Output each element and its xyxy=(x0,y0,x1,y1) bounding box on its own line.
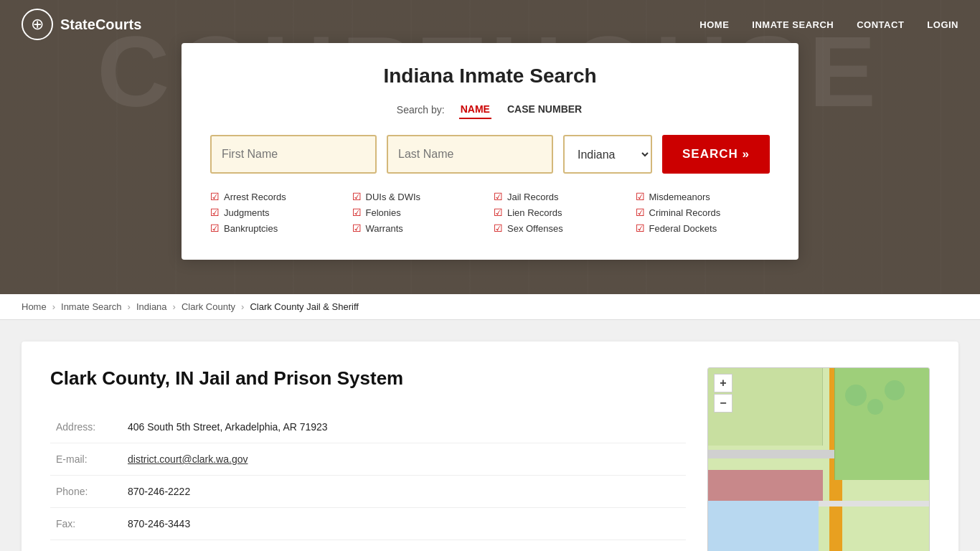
search-box: Indiana Inmate Search Search by: NAME CA… xyxy=(182,43,798,260)
first-name-input[interactable] xyxy=(210,135,377,174)
map-zoom-out[interactable]: − xyxy=(714,394,732,413)
checkbox-felonies: ☑ Felonies xyxy=(352,207,487,218)
breadcrumb-inmate-search[interactable]: Inmate Search xyxy=(61,301,122,312)
search-button[interactable]: SEARCH » xyxy=(662,135,770,174)
logo-icon: ⊕ xyxy=(22,9,53,40)
map-marker-area xyxy=(708,470,823,501)
map-park xyxy=(834,368,929,480)
check-icon: ☑ xyxy=(210,222,220,234)
map-zoom-in[interactable]: + xyxy=(714,374,732,392)
check-icon: ☑ xyxy=(636,191,645,202)
checkbox-label: Warrants xyxy=(366,223,403,234)
breadcrumb-sep-4: › xyxy=(241,301,244,312)
search-inputs-row: Indiana SEARCH » xyxy=(210,135,770,174)
map-controls: + − xyxy=(714,374,732,413)
nav-inmate-search[interactable]: INMATE SEARCH xyxy=(752,19,834,30)
search-by-label: Search by: xyxy=(397,104,445,116)
check-icon: ☑ xyxy=(210,191,220,202)
content-card: Clark County, IN Jail and Prison System … xyxy=(22,342,958,551)
last-name-input[interactable] xyxy=(387,135,553,174)
checkbox-misdemeanors: ☑ Misdemeanors xyxy=(636,191,771,202)
email-value: district.court@clark.wa.gov xyxy=(122,443,686,476)
map-tree-2 xyxy=(867,399,883,415)
search-title: Indiana Inmate Search xyxy=(210,65,770,88)
checkbox-label: Felonies xyxy=(366,207,401,218)
state-select[interactable]: Indiana xyxy=(563,135,652,174)
checkbox-label: Bankruptcies xyxy=(224,223,278,234)
checkboxes-grid: ☑ Arrest Records ☑ DUIs & DWIs ☑ Jail Re… xyxy=(210,191,770,234)
search-by-row: Search by: NAME CASE NUMBER xyxy=(210,100,770,119)
checkbox-label: Arrest Records xyxy=(224,192,286,202)
nav-login[interactable]: LOGIN xyxy=(927,19,958,30)
email-link[interactable]: district.court@clark.wa.gov xyxy=(128,453,248,465)
nav-contact[interactable]: CONTACT xyxy=(857,19,904,30)
checkbox-federal-dockets: ☑ Federal Dockets xyxy=(636,222,771,234)
content-title: Clark County, IN Jail and Prison System xyxy=(50,367,686,390)
table-row-fax: Fax: 870-246-3443 xyxy=(50,508,686,540)
navigation: ⊕ StateCourts HOME INMATE SEARCH CONTACT… xyxy=(0,0,980,49)
logo-link[interactable]: ⊕ StateCourts xyxy=(22,9,141,40)
checkbox-bankruptcies: ☑ Bankruptcies xyxy=(210,222,345,234)
tab-name[interactable]: NAME xyxy=(459,100,491,119)
tab-case-number[interactable]: CASE NUMBER xyxy=(506,100,583,119)
table-row-phone: Phone: 870-246-2222 xyxy=(50,476,686,508)
logo-text: StateCourts xyxy=(60,17,141,33)
main-content: Clark County, IN Jail and Prison System … xyxy=(0,320,980,551)
checkbox-lien-records: ☑ Lien Records xyxy=(494,207,628,218)
breadcrumb-indiana[interactable]: Indiana xyxy=(136,301,167,312)
facebook-label: Facebook: xyxy=(50,540,122,552)
check-icon: ☑ xyxy=(494,222,503,234)
check-icon: ☑ xyxy=(494,207,503,218)
checkbox-label: Lien Records xyxy=(507,207,562,218)
phone-label: Phone: xyxy=(50,476,122,508)
checkbox-label: Judgments xyxy=(224,207,270,218)
check-icon: ☑ xyxy=(636,207,645,218)
breadcrumb-sep-2: › xyxy=(128,301,131,312)
checkbox-label: Federal Dockets xyxy=(649,223,717,234)
breadcrumb-clark-county[interactable]: Clark County xyxy=(182,301,235,312)
address-value: 406 South 5th Street, Arkadelphia, AR 71… xyxy=(122,411,686,443)
checkbox-label: Misdemeanors xyxy=(649,192,710,202)
breadcrumb-sep-1: › xyxy=(52,301,55,312)
nav-home[interactable]: HOME xyxy=(699,19,729,30)
checkbox-sex-offenses: ☑ Sex Offenses xyxy=(494,222,628,234)
checkbox-duis: ☑ DUIs & DWIs xyxy=(352,191,487,202)
email-label: E-mail: xyxy=(50,443,122,476)
phone-value: 870-246-2222 xyxy=(122,476,686,508)
breadcrumb-current: Clark County Jail & Sheriff xyxy=(250,301,359,312)
hero-section: COURTHOUSE ⊕ StateCourts HOME INMATE SEA… xyxy=(0,0,980,294)
check-icon: ☑ xyxy=(210,207,220,218)
map-tree-1 xyxy=(845,385,867,406)
info-table: Address: 406 South 5th Street, Arkadelph… xyxy=(50,411,686,551)
table-row-facebook: Facebook: https://www.facebook.com/clark… xyxy=(50,540,686,552)
checkbox-label: Criminal Records xyxy=(649,207,721,218)
check-icon: ☑ xyxy=(352,222,362,234)
address-label: Address: xyxy=(50,411,122,443)
checkbox-judgments: ☑ Judgments xyxy=(210,207,345,218)
check-icon: ☑ xyxy=(636,222,645,234)
checkbox-jail-records: ☑ Jail Records xyxy=(494,191,628,202)
checkbox-arrest-records: ☑ Arrest Records xyxy=(210,191,345,202)
checkbox-label: DUIs & DWIs xyxy=(366,192,421,202)
breadcrumb: Home › Inmate Search › Indiana › Clark C… xyxy=(0,294,980,320)
content-left: Clark County, IN Jail and Prison System … xyxy=(50,367,686,551)
fax-value: 870-246-3443 xyxy=(122,508,686,540)
facebook-value: https://www.facebook.com/clarkcoso/ xyxy=(122,540,686,552)
fax-label: Fax: xyxy=(50,508,122,540)
breadcrumb-home[interactable]: Home xyxy=(22,301,47,312)
table-row-email: E-mail: district.court@clark.wa.gov xyxy=(50,443,686,476)
map-container: + − xyxy=(707,367,930,551)
table-row-address: Address: 406 South 5th Street, Arkadelph… xyxy=(50,411,686,443)
checkbox-criminal-records: ☑ Criminal Records xyxy=(636,207,771,218)
breadcrumb-sep-3: › xyxy=(173,301,176,312)
check-icon: ☑ xyxy=(352,191,362,202)
checkbox-warrants: ☑ Warrants xyxy=(352,222,487,234)
nav-links: HOME INMATE SEARCH CONTACT LOGIN xyxy=(699,19,958,30)
map-inner: + − xyxy=(708,368,929,551)
check-icon: ☑ xyxy=(494,191,503,202)
checkbox-label: Sex Offenses xyxy=(507,223,563,234)
check-icon: ☑ xyxy=(352,207,362,218)
checkbox-label: Jail Records xyxy=(507,192,559,202)
